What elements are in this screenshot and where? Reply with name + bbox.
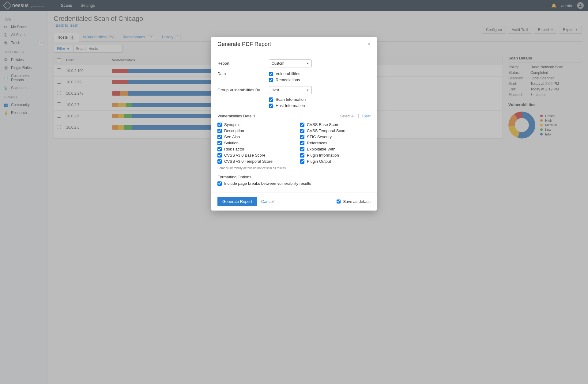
vuln-detail-checkbox[interactable]: CVSS v3.0 Temporal Score — [217, 159, 288, 164]
group-by-select[interactable]: Host▼ — [269, 86, 312, 94]
data-label: Data — [217, 70, 269, 76]
page-break-checkbox[interactable]: Include page breaks between vulnerabilit… — [217, 181, 371, 186]
modal-overlay: Generate PDF Report × Report Custom▼ Dat… — [0, 0, 588, 384]
formatting-label: Formatting Options — [217, 175, 371, 179]
caret-down-icon: ▼ — [307, 62, 309, 65]
group-label: Group Vulnerabilities By — [217, 86, 269, 92]
vuln-detail-checkbox[interactable]: Description — [217, 128, 288, 133]
data-vuln-checkbox[interactable]: Vulnerabilities — [269, 71, 371, 76]
select-all-link[interactable]: Select All — [340, 114, 355, 118]
vuln-detail-checkbox[interactable]: CVSS Temporal Score — [300, 128, 371, 133]
cancel-button[interactable]: Cancel — [261, 199, 273, 204]
clear-link[interactable]: Clear — [362, 114, 371, 118]
vuln-detail-checkbox[interactable]: Risk Factor — [217, 147, 288, 151]
vuln-detail-checkbox[interactable]: Plugin Information — [300, 153, 371, 158]
vuln-detail-checkbox[interactable]: Solution — [217, 141, 288, 145]
scan-info-checkbox[interactable]: Scan Information — [269, 97, 371, 102]
vuln-detail-checkbox[interactable]: STIG Severity — [300, 135, 371, 139]
save-default-checkbox[interactable]: Save as default — [337, 199, 371, 204]
report-label: Report — [217, 59, 269, 66]
report-type-select[interactable]: Custom▼ — [269, 59, 312, 67]
vuln-detail-checkbox[interactable]: Plugin Output — [300, 159, 371, 164]
vuln-detail-checkbox[interactable]: Exploitable With — [300, 147, 371, 151]
vuln-detail-checkbox[interactable]: References — [300, 141, 371, 145]
vuln-details-label: Vulnerabilities Details — [217, 114, 255, 118]
host-info-checkbox[interactable]: Host Information — [269, 103, 371, 108]
data-rem-checkbox[interactable]: Remediations — [269, 78, 371, 82]
vuln-detail-checkbox[interactable]: CVSS Base Score — [300, 122, 371, 127]
vuln-details-note: Some vulnerability details do not exist … — [217, 166, 371, 170]
modal-title: Generate PDF Report — [217, 41, 271, 48]
generate-report-modal: Generate PDF Report × Report Custom▼ Dat… — [211, 37, 377, 211]
vuln-detail-checkbox[interactable]: Synopsis — [217, 122, 288, 127]
close-icon[interactable]: × — [367, 41, 371, 48]
vuln-detail-checkbox[interactable]: See Also — [217, 135, 288, 139]
generate-report-button[interactable]: Generate Report — [217, 197, 257, 206]
vuln-detail-checkbox[interactable]: CVSS v3.0 Base Score — [217, 153, 288, 158]
caret-down-icon: ▼ — [307, 89, 309, 92]
